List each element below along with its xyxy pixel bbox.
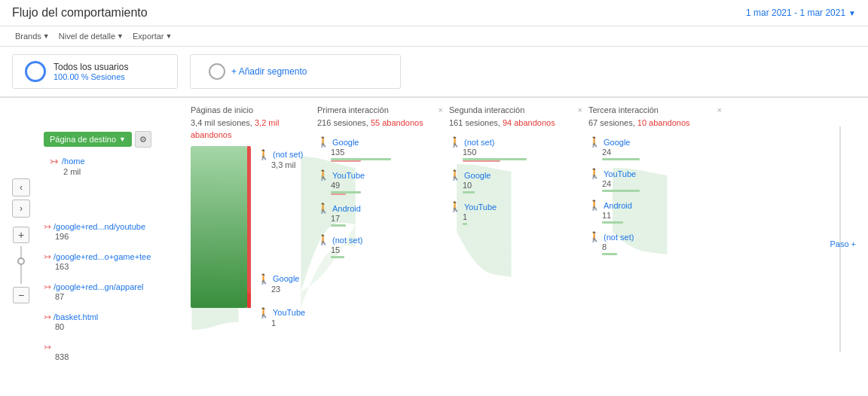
node-name: YouTube [332, 171, 365, 180]
person-icon: 🚶 [588, 231, 601, 242]
node-count: 24 [602, 179, 722, 188]
add-segment-label: + Añadir segmento [231, 66, 307, 77]
node-name: /basket.html [53, 312, 98, 321]
dest-main-node[interactable]: ↣ /home 2 mil [50, 155, 183, 176]
node-count: 8 [602, 242, 722, 251]
node-count: 3,3 mil [271, 160, 305, 169]
date-range[interactable]: 1 mar 2021 - 1 mar 2021 ▼ [746, 8, 856, 18]
main-flow: ‹ › + − [0, 98, 868, 384]
segments-bar: Todos los usuarios 100.00 % Sesiones + A… [0, 47, 868, 98]
pages-big-block: 🚶 (not set) 3,3 mil 🚶 Google 23 [191, 146, 311, 327]
drop-bar-red-small [247, 293, 251, 308]
node-name: Android [604, 201, 632, 210]
node-name: /google+red...nd/youtube [53, 222, 145, 231]
int-node[interactable]: 🚶 (not set) 15 [317, 234, 443, 258]
node-count: 196 [55, 232, 183, 241]
person-icon: 🚶 [258, 273, 270, 285]
third-int-nodes: 🚶 Google 24 🚶 YouTube 24 🚶 [588, 133, 722, 255]
segment-name: Todos los usuarios [53, 62, 128, 72]
nav-controls: ‹ › + − [12, 178, 30, 303]
person-icon: 🚶 [317, 169, 329, 181]
person-icon: 🚶 [449, 201, 461, 212]
int-node[interactable]: 🚶 Google 135 [317, 136, 443, 162]
list-item[interactable]: ↣ /google+red...gn/apparel 87 [44, 282, 183, 301]
flow-node[interactable]: 🚶 (not set) 3,3 mil [258, 149, 305, 169]
pages-nodes-labels: 🚶 (not set) 3,3 mil 🚶 Google 23 [258, 146, 305, 327]
person-icon: 🚶 [317, 136, 329, 148]
all-users-segment[interactable]: Todos los usuarios 100.00 % Sesiones [12, 54, 178, 89]
pages-node-block[interactable] [191, 146, 247, 308]
person-icon: 🚶 [258, 149, 270, 160]
node-count: 838 [55, 352, 183, 361]
person-icon: 🚶 [449, 136, 461, 148]
list-item[interactable]: ↣ /google+red...nd/youtube 196 [44, 221, 183, 241]
columns-area: Página de destino ▼ ⚙ ↣ /home 2 mil [44, 104, 862, 375]
detail-level-button[interactable]: Nivel de detalle ▼ [56, 30, 127, 42]
green-bar [602, 253, 617, 255]
red-bar [463, 160, 500, 162]
dest-dropdown-label: Página de destino [50, 135, 116, 144]
int-node[interactable]: 🚶 Android 17 [317, 203, 443, 227]
person-icon: 🚶 [258, 307, 270, 318]
node-count: 11 [602, 211, 722, 220]
list-item[interactable]: ↣ /basket.html 80 [44, 312, 183, 331]
zoom-in-button[interactable]: + [13, 227, 29, 243]
dest-caret-icon: ▼ [119, 136, 126, 143]
int-node[interactable]: 🚶 YouTube 1 [449, 201, 582, 225]
node-arrow-icon: ↣ [44, 221, 51, 232]
node-count: 1 [271, 318, 305, 327]
first-int-nodes: 🚶 Google 135 🚶 YouTube 49 [317, 133, 443, 258]
int-node[interactable]: 🚶 YouTube 24 [588, 168, 722, 192]
zoom-slider-handle[interactable] [17, 257, 25, 265]
zoom-out-button[interactable]: − [13, 287, 29, 303]
list-item[interactable]: ↣ 838 [44, 342, 183, 361]
int-node[interactable]: 🚶 YouTube 49 [317, 169, 443, 195]
detail-caret-icon: ▼ [117, 32, 124, 40]
dest-main-arrow-icon: ↣ [50, 155, 59, 167]
dest-main-node-name: /home [62, 157, 85, 166]
int-node[interactable]: 🚶 Google 10 [449, 169, 582, 193]
person-icon: 🚶 [588, 200, 601, 211]
export-caret-icon: ▼ [166, 32, 173, 40]
list-item[interactable]: ↣ /google+red...o+game+tee 163 [44, 251, 183, 271]
add-segment-box[interactable]: + Añadir segmento [190, 54, 401, 89]
step-plus-button[interactable]: Paso + [830, 239, 856, 248]
node-name: (not set) [604, 233, 634, 242]
nav-right-button[interactable]: › [12, 200, 30, 218]
node-arrow-icon: ↣ [44, 342, 51, 352]
int-node[interactable]: 🚶 Google 24 [588, 136, 722, 160]
drop-bar-red [247, 146, 251, 308]
int-node[interactable]: 🚶 (not set) 8 [588, 231, 722, 255]
person-icon: 🚶 [588, 136, 601, 148]
date-range-text: 1 mar 2021 - 1 mar 2021 [746, 8, 845, 18]
nav-right-icon: › [20, 203, 23, 214]
dest-extra-nodes: ↣ /google+red...nd/youtube 196 ↣ /google… [44, 221, 183, 361]
flow-node[interactable]: 🚶 Google 23 [258, 273, 305, 294]
dest-dropdown-button[interactable]: Página de destino ▼ [44, 132, 132, 147]
step-plus-area: Paso + [722, 104, 862, 248]
first-interaction-column: Primera interacción × 216 sesiones, 55 a… [311, 104, 443, 258]
node-name: Google [604, 138, 630, 147]
person-icon: 🚶 [449, 169, 461, 181]
green-bar [463, 223, 467, 225]
green-bar [331, 224, 346, 227]
dest-settings-button[interactable]: ⚙ [135, 131, 151, 148]
brands-button[interactable]: Brands ▼ [12, 30, 53, 42]
node-count: 24 [602, 148, 722, 157]
int-node[interactable]: 🚶 (not set) 150 [449, 136, 582, 162]
node-count: 150 [463, 148, 582, 157]
green-bar [602, 190, 640, 192]
node-count: 87 [55, 292, 183, 301]
third-interaction-column: Tercera interacción × 67 sesiones, 10 ab… [582, 104, 722, 255]
destination-column: Página de destino ▼ ⚙ ↣ /home 2 mil [44, 104, 191, 361]
node-count: 80 [55, 322, 183, 331]
node-count: 17 [331, 214, 443, 223]
nav-left-button[interactable]: ‹ [12, 178, 30, 196]
node-count: 163 [55, 262, 183, 271]
node-name: YouTube [604, 169, 636, 178]
int-node[interactable]: 🚶 Android 11 [588, 200, 722, 224]
export-button[interactable]: Exportar ▼ [130, 30, 176, 42]
node-count: 135 [331, 148, 443, 157]
node-name: (not set) [273, 150, 303, 159]
flow-node[interactable]: 🚶 YouTube 1 [258, 307, 305, 327]
